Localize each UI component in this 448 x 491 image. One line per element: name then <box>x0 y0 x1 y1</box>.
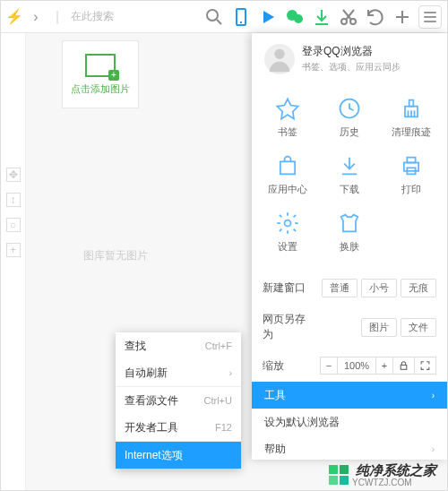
context-auto-refresh-label: 自动刷新 <box>125 366 168 381</box>
context-find-shortcut: Ctrl+F <box>205 340 232 351</box>
tools-submenu: 查找 Ctrl+F 自动刷新 › 查看源文件 Ctrl+U 开发者工具 F12 … <box>116 332 241 469</box>
broom-icon <box>399 96 424 121</box>
menu-set-default-label: 设为默认浏览器 <box>264 415 340 430</box>
context-auto-refresh[interactable]: 自动刷新 › <box>116 359 241 386</box>
shirt-icon <box>337 211 362 236</box>
svg-rect-22 <box>409 100 413 107</box>
menu-app-center[interactable]: 应用中心 <box>257 146 319 203</box>
phone-icon[interactable] <box>230 6 252 28</box>
save-as-label: 网页另存为 <box>263 312 313 342</box>
zoom-out-button[interactable]: − <box>320 357 338 375</box>
tab-incognito[interactable]: 无痕 <box>401 279 436 297</box>
main-menu-panel: 登录QQ浏览器 书签、选项、应用云同步 书签 历史 清理痕迹 应用中心 下载 打… <box>252 33 447 460</box>
menu-help[interactable]: 帮助 › <box>252 435 447 462</box>
search-icon[interactable] <box>203 6 225 28</box>
tab-small[interactable]: 小号 <box>361 279 397 297</box>
watermark-url: YCWTZJ.COM <box>352 478 436 487</box>
arrow-icon[interactable]: ↕ <box>6 193 21 207</box>
context-find[interactable]: 查找 Ctrl+F <box>116 332 241 359</box>
download-icon[interactable] <box>311 6 332 28</box>
svg-rect-23 <box>280 161 295 174</box>
login-title[interactable]: 登录QQ浏览器 <box>302 44 401 59</box>
context-find-label: 查找 <box>125 339 146 354</box>
svg-rect-30 <box>401 365 407 369</box>
menu-history-label: 历史 <box>340 125 359 139</box>
menu-bookmarks-label: 书签 <box>278 125 297 139</box>
menu-skin[interactable]: 换肤 <box>319 203 381 261</box>
menu-help-label: 帮助 <box>264 442 286 457</box>
watermark: 纯净系统之家 YCWTZJ.COM <box>1 460 447 490</box>
zoom-lock-button[interactable] <box>392 357 415 375</box>
menu-clear-label: 清理痕迹 <box>392 125 431 139</box>
new-window-label: 新建窗口 <box>263 280 313 296</box>
menu-skin-label: 换肤 <box>340 240 359 254</box>
svg-point-0 <box>207 10 218 21</box>
menu-print-label: 打印 <box>401 183 421 196</box>
flash-icon: ⚡ <box>6 9 22 25</box>
menu-bookmarks[interactable]: 书签 <box>257 89 319 146</box>
menu-settings[interactable]: 设置 <box>257 203 319 261</box>
menu-app-center-label: 应用中心 <box>268 183 307 196</box>
menu-settings-label: 设置 <box>278 240 297 254</box>
undo-icon[interactable] <box>365 6 386 28</box>
avatar-icon[interactable] <box>264 44 295 74</box>
save-image-button[interactable]: 图片 <box>361 318 397 337</box>
circle-icon[interactable]: ○ <box>6 218 21 232</box>
save-file-button[interactable]: 文件 <box>401 318 436 337</box>
svg-point-29 <box>285 220 291 227</box>
svg-point-15 <box>274 49 284 59</box>
menu-tools-label: 工具 <box>264 388 286 403</box>
menu-set-default[interactable]: 设为默认浏览器 <box>252 409 447 435</box>
search-input[interactable]: 在此搜索 <box>71 9 198 24</box>
watermark-brand: 纯净系统之家 <box>356 463 436 477</box>
bag-icon <box>275 153 300 178</box>
chevron-right-icon: › <box>432 391 435 401</box>
printer-icon <box>399 153 424 178</box>
gear-icon <box>275 211 300 236</box>
add-image-label: 点击添加图片 <box>71 82 130 96</box>
context-view-source-label: 查看源文件 <box>125 393 178 409</box>
tab-normal[interactable]: 普通 <box>322 279 358 297</box>
gallery-empty-text: 图库暂无图片 <box>83 248 148 263</box>
menu-clear[interactable]: 清理痕迹 <box>380 89 442 146</box>
zoom-value: 100% <box>337 357 376 375</box>
download-icon <box>337 153 362 178</box>
add-icon[interactable]: + <box>6 243 21 257</box>
context-view-source-shortcut: Ctrl+U <box>204 395 232 406</box>
svg-line-1 <box>217 20 221 24</box>
context-view-source[interactable]: 查看源文件 Ctrl+U <box>116 387 241 414</box>
play-icon[interactable] <box>257 6 279 28</box>
watermark-logo-icon <box>329 465 349 485</box>
menu-download-label: 下载 <box>340 183 359 196</box>
chevron-right-icon[interactable]: › <box>28 9 44 25</box>
chevron-right-icon: › <box>229 368 232 378</box>
svg-rect-26 <box>403 163 418 171</box>
menu-history[interactable]: 历史 <box>319 89 381 146</box>
move-icon[interactable]: ✥ <box>6 168 21 182</box>
menu-download[interactable]: 下载 <box>319 146 381 203</box>
menu-button[interactable] <box>418 5 442 29</box>
clock-icon <box>337 96 362 121</box>
star-icon <box>275 96 300 121</box>
chevron-right-icon: › <box>432 444 435 454</box>
separator: | <box>49 9 65 25</box>
wechat-icon[interactable] <box>284 6 306 28</box>
context-dev-tools[interactable]: 开发者工具 F12 <box>116 414 241 441</box>
svg-marker-4 <box>263 11 274 23</box>
fullscreen-button[interactable] <box>414 357 436 375</box>
add-image-card[interactable]: 点击添加图片 <box>62 40 139 108</box>
menu-tools[interactable]: 工具 › <box>252 382 447 409</box>
context-dev-tools-label: 开发者工具 <box>125 420 178 435</box>
menu-print[interactable]: 打印 <box>380 146 442 203</box>
svg-point-6 <box>294 14 303 23</box>
zoom-label: 缩放 <box>263 358 313 374</box>
cut-icon[interactable] <box>338 6 359 28</box>
svg-rect-28 <box>407 158 415 163</box>
zoom-in-button[interactable]: + <box>375 357 393 375</box>
login-subtitle: 书签、选项、应用云同步 <box>302 61 401 73</box>
plus-icon[interactable] <box>392 6 413 28</box>
svg-marker-16 <box>278 99 298 119</box>
image-plus-icon <box>85 54 116 77</box>
context-dev-tools-shortcut: F12 <box>215 422 232 433</box>
